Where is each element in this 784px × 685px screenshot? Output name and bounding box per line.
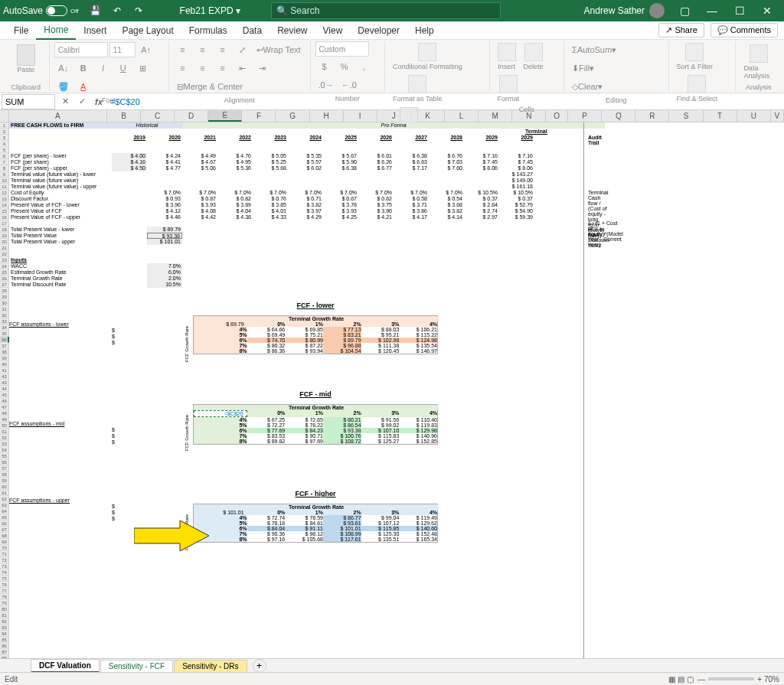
cell[interactable] [323,251,358,257]
cell[interactable]: $ 67.25 [247,417,286,422]
row-header[interactable]: 1 [0,122,9,129]
cell[interactable]: $ 0.37 [499,196,534,202]
cell[interactable]: 4% [399,410,437,417]
cell[interactable]: $ 93.94 [285,348,323,354]
view-normal-icon[interactable]: ▦ [668,675,675,683]
cell[interactable]: $ 89.79 [147,227,182,233]
bold-button[interactable]: B [74,60,93,77]
font-name-select[interactable]: Calibri [54,42,108,57]
cell[interactable] [112,251,147,257]
cell[interactable] [182,239,217,245]
cell[interactable]: $ 129.98 [399,428,437,433]
row-header[interactable]: 59 [0,478,9,484]
cell[interactable]: 2020 [147,135,182,141]
cell[interactable] [112,178,147,184]
cell[interactable] [464,171,499,178]
cell[interactable] [217,251,253,257]
row-header[interactable]: 63 [0,502,9,508]
cell[interactable] [358,227,394,233]
cell[interactable] [253,129,288,135]
cell[interactable]: $ 4.76 [217,153,253,159]
currency-icon[interactable]: $ [315,58,334,75]
sheet-tab[interactable]: Sensitivity - FCF [100,660,173,672]
cell[interactable] [464,227,499,233]
col-header[interactable]: G [276,110,309,122]
cell[interactable] [464,184,499,190]
cell[interactable]: $ 3.71 [394,202,429,208]
cell[interactable] [182,129,217,135]
cell[interactable]: $ 88.03 [361,327,400,332]
cell[interactable] [499,245,534,251]
zoom-slider[interactable] [708,677,754,680]
cell[interactable] [534,135,557,141]
cell[interactable] [464,178,499,184]
cell[interactable]: 2.0% [147,276,182,282]
cell[interactable]: $ [112,516,115,521]
row-header[interactable]: 65 [0,514,9,520]
row-header[interactable]: 19 [0,233,9,239]
cell[interactable]: $ 3.90 [358,208,394,214]
col-header[interactable]: B [107,110,141,122]
cell[interactable] [464,129,499,135]
cell[interactable] [288,245,323,251]
col-header[interactable]: P [568,110,602,122]
cell[interactable] [394,147,429,153]
row-header[interactable]: 44 [0,386,9,392]
row-header[interactable]: 47 [0,404,9,410]
align-middle-icon[interactable]: ≡ [194,41,212,58]
cell[interactable] [182,227,217,233]
cell[interactable]: $ 2.97 [464,214,499,220]
fill-button[interactable]: ⬇ Fill ▾ [569,60,597,77]
cell[interactable]: 2021 [182,135,217,141]
cell[interactable]: $ [112,427,115,432]
tab-home[interactable]: Home [36,21,76,40]
cell[interactable]: $ 7.0% [288,190,323,196]
cell[interactable]: Historical [112,122,182,128]
cell[interactable]: 4% [194,417,247,422]
cell[interactable] [394,129,429,135]
italic-button[interactable]: I [94,60,113,77]
row-header[interactable]: 48 [0,410,9,416]
cell[interactable] [288,184,323,190]
row-header[interactable]: 20 [0,239,9,245]
cell[interactable] [394,141,429,147]
row-header[interactable]: 22 [0,251,9,257]
cell[interactable] [217,147,253,153]
cell[interactable] [9,245,112,251]
col-header[interactable]: F [242,110,276,122]
cell[interactable] [112,208,147,214]
cell[interactable]: 8% [194,348,247,354]
cell[interactable] [112,227,147,233]
cell[interactable] [217,220,253,227]
cell[interactable]: $ 5.06 [182,165,217,171]
cell[interactable]: FCF (per share) - upper [9,165,112,171]
cell[interactable]: $ 72.27 [247,422,286,428]
row-header[interactable]: 6 [0,153,9,159]
row-header[interactable]: 36 [0,337,9,343]
format-cells-button[interactable]: Format [495,73,523,104]
cell[interactable]: $ 120.45 [361,348,400,354]
cell[interactable]: 1% [285,410,323,417]
row-header[interactable]: 85 [0,637,9,643]
row-header[interactable]: 16 [0,214,9,220]
cell[interactable] [112,263,147,269]
cell[interactable]: 1% [285,510,323,515]
cell[interactable]: $ 80.99 [285,338,323,343]
row-header[interactable]: 69 [0,539,9,545]
cell[interactable] [323,178,358,184]
font-color-icon[interactable]: A [74,78,93,95]
cell[interactable]: $ 86.54 [323,422,361,428]
redo-icon[interactable]: ↷ [128,0,149,21]
cell[interactable]: $ 5.25 [253,159,288,165]
cell[interactable] [323,245,358,251]
cell[interactable]: $ 4.24 [147,153,182,159]
row-header[interactable]: 15 [0,208,9,214]
row-header[interactable]: 74 [0,569,9,576]
cell[interactable]: $ 7.0% [253,190,288,196]
find-select-button[interactable]: Find & Select [674,73,721,104]
cell[interactable] [464,239,499,245]
row-header[interactable]: 64 [0,508,9,514]
name-box[interactable]: SUM [2,94,55,109]
cell[interactable]: $ 95.21 [361,332,400,338]
cell[interactable] [534,251,570,257]
